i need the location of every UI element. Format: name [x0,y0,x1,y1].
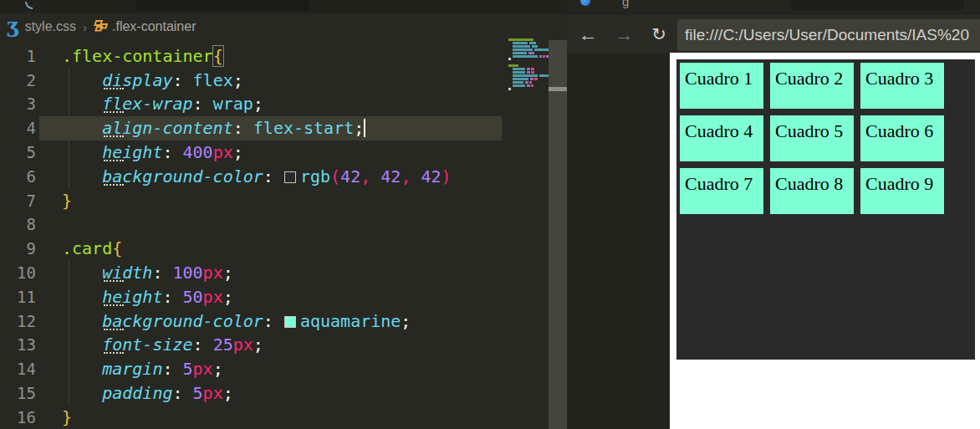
line-number: 14 [0,357,36,381]
address-bar[interactable]: file:///C:/Users/User/Documents/IAS%20 [677,19,980,51]
code-line[interactable]: height: 400px; [62,140,243,165]
line-number: 12 [0,309,36,334]
minimap-line [527,84,530,87]
code-token: : [193,94,213,114]
card: Cuadro 6 [860,115,944,161]
code-line[interactable]: } [62,189,72,213]
minimap-line [543,55,545,58]
editor-tab-bar[interactable] [0,0,569,13]
code-token: : [263,166,283,186]
vscode-window: ʒ style.css › .flex-container 1.flex-con… [0,0,569,429]
line-number: 15 [0,381,36,406]
editor-tab[interactable] [136,0,309,11]
code-token: } [62,407,72,427]
code-token: 5 [193,383,203,403]
code-token [62,287,102,307]
code-token: , [401,166,421,186]
code-line[interactable]: .flex-container{ [62,44,223,69]
color-swatch[interactable] [284,171,296,183]
minimap-line [531,68,534,70]
code-token: : [263,311,283,331]
code-token: aquamarine [300,311,401,331]
minimap-line [513,74,538,77]
browser-window: g ← → ↻ file:///C:/Users/User/Documents/… [567,0,980,429]
code-token: ; [233,70,243,90]
minimap-line [513,42,528,44]
screen: ʒ style.css › .flex-container 1.flex-con… [0,0,980,429]
minimap-line [534,49,549,51]
code-token: , [360,166,380,186]
line-number: 8 [0,212,36,237]
browser-tab-strip[interactable]: g [567,0,980,12]
reload-button[interactable]: ↻ [648,22,670,47]
code-line[interactable]: align-content: flex-start; [62,116,365,140]
minimap-line [529,81,532,84]
code-line[interactable]: height: 50px; [62,285,233,309]
scrollbar-marker [549,87,567,91]
minimap-line [513,71,525,74]
code-line[interactable]: font-size: 25px; [62,333,263,357]
back-button[interactable]: ← [577,22,599,47]
code-line[interactable]: display: flex; [62,69,243,93]
code-token: : [193,335,213,355]
code-token [62,311,102,331]
color-swatch[interactable] [284,316,296,328]
minimap-line [532,45,538,48]
css-property: align-content [102,118,233,138]
minimap-line [513,78,528,80]
breadcrumb: ʒ style.css › .flex-container [0,13,569,40]
code-token [62,383,102,403]
code-token: ) [442,166,452,186]
tab-title[interactable]: g [622,0,629,8]
code-line[interactable]: } [62,406,72,429]
code-line[interactable]: flex-wrap: wrap; [62,92,263,116]
css-property: background-color [102,311,263,331]
css-property: padding [102,383,172,403]
css-property: flex-wrap [102,94,192,114]
code-token: } [62,191,72,211]
minimap-line [539,55,542,58]
code-token: 25 [213,335,233,355]
code-token: 42 [421,166,441,186]
code-line[interactable]: .card{ [62,237,122,261]
breadcrumb-file[interactable]: style.css [25,19,76,34]
code-editor[interactable]: 1.flex-container{2 display: flex;3 flex-… [0,40,549,429]
code-token: 50 [183,287,203,307]
code-token: 5 [183,359,193,379]
code-token: { [112,238,122,258]
code-token [62,166,102,186]
line-number: 13 [0,333,36,357]
line-number: 9 [0,237,36,261]
code-token: : [172,383,192,403]
line-number: 2 [0,69,36,93]
minimap-line [534,78,538,80]
code-token [62,118,102,138]
code-token: : [152,263,172,283]
card: Cuadro 1 [680,63,763,109]
code-line[interactable]: margin: 5px; [62,357,223,381]
code-token: px [203,263,223,283]
code-line[interactable]: background-color: rgb(42, 42, 42) [62,165,452,189]
minimap-line [513,68,525,70]
code-token: flex-start [253,118,354,138]
breadcrumb-symbol[interactable]: .flex-container [112,19,197,34]
editor-scrollbar[interactable] [549,40,567,429]
minimap[interactable] [502,38,549,97]
minimap-line [513,45,530,48]
code-token: flex [193,70,233,90]
browser-tab[interactable] [790,0,964,11]
line-number: 3 [0,92,36,116]
minimap-line [531,71,534,74]
minimap-line [529,42,536,44]
code-token: ; [233,142,243,162]
card: Cuadro 8 [770,168,854,214]
code-line[interactable]: width: 100px; [62,261,233,285]
code-line[interactable]: background-color: aquamarine; [62,309,411,334]
chevron-right-icon: › [83,20,87,34]
forward-button[interactable]: → [613,22,635,47]
code-token [62,263,102,283]
code-token: px [213,142,233,162]
code-line[interactable]: padding: 5px; [62,381,233,406]
code-token: { [213,46,223,66]
card: Cuadro 9 [860,168,944,214]
